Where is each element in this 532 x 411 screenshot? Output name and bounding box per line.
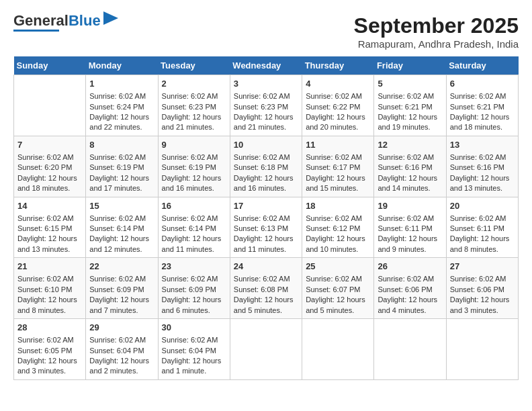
calendar-cell: 5Sunrise: 6:02 AMSunset: 6:21 PMDaylight… xyxy=(374,75,446,136)
cell-info: and 13 minutes. xyxy=(17,244,82,255)
cell-info: Sunrise: 6:02 AM xyxy=(17,152,82,163)
calendar-cell: 7Sunrise: 6:02 AMSunset: 6:20 PMDaylight… xyxy=(14,136,86,197)
cell-info: Daylight: 12 hours xyxy=(17,234,82,244)
day-number: 5 xyxy=(378,78,442,90)
cell-info: and 10 minutes. xyxy=(306,244,370,255)
calendar-cell: 30Sunrise: 6:02 AMSunset: 6:04 PMDayligh… xyxy=(158,319,230,380)
cell-info: Sunrise: 6:02 AM xyxy=(17,214,82,224)
day-number: 18 xyxy=(306,200,370,212)
cell-info: Daylight: 12 hours xyxy=(17,295,82,305)
cell-info: and 3 minutes. xyxy=(17,366,82,376)
cell-info: Sunset: 6:05 PM xyxy=(17,346,82,356)
calendar-cell: 15Sunrise: 6:02 AMSunset: 6:14 PMDayligh… xyxy=(86,197,158,258)
cell-info: and 2 minutes. xyxy=(89,366,154,376)
cell-info: Sunset: 6:10 PM xyxy=(17,285,82,295)
cell-info: Sunrise: 6:02 AM xyxy=(162,274,226,284)
day-number: 8 xyxy=(89,139,154,151)
calendar-cell: 13Sunrise: 6:02 AMSunset: 6:16 PMDayligh… xyxy=(446,136,518,197)
calendar-cell: 2Sunrise: 6:02 AMSunset: 6:23 PMDaylight… xyxy=(158,75,230,136)
cell-info: and 3 minutes. xyxy=(450,306,515,316)
calendar-cell xyxy=(374,319,446,380)
calendar-cell: 20Sunrise: 6:02 AMSunset: 6:11 PMDayligh… xyxy=(446,197,518,258)
cell-info: and 13 minutes. xyxy=(450,183,515,193)
calendar-cell: 29Sunrise: 6:02 AMSunset: 6:04 PMDayligh… xyxy=(86,319,158,380)
col-header-tuesday: Tuesday xyxy=(158,56,230,75)
calendar-cell: 27Sunrise: 6:02 AMSunset: 6:06 PMDayligh… xyxy=(446,258,518,319)
cell-info: Sunset: 6:22 PM xyxy=(306,102,370,112)
day-number: 6 xyxy=(450,78,515,90)
calendar-week-row: 7Sunrise: 6:02 AMSunset: 6:20 PMDaylight… xyxy=(14,136,519,197)
calendar-cell: 12Sunrise: 6:02 AMSunset: 6:16 PMDayligh… xyxy=(374,136,446,197)
cell-info: Sunset: 6:19 PM xyxy=(89,163,154,173)
cell-info: Daylight: 12 hours xyxy=(162,112,226,122)
cell-info: Sunrise: 6:02 AM xyxy=(162,214,226,224)
cell-info: Daylight: 12 hours xyxy=(306,173,370,183)
calendar-week-row: 1Sunrise: 6:02 AMSunset: 6:24 PMDaylight… xyxy=(14,75,519,136)
cell-info: Sunset: 6:11 PM xyxy=(378,224,442,234)
calendar-cell: 26Sunrise: 6:02 AMSunset: 6:06 PMDayligh… xyxy=(374,258,446,319)
calendar-cell: 10Sunrise: 6:02 AMSunset: 6:18 PMDayligh… xyxy=(230,136,302,197)
calendar-cell xyxy=(446,319,518,380)
cell-info: and 5 minutes. xyxy=(234,306,298,316)
calendar-cell: 23Sunrise: 6:02 AMSunset: 6:09 PMDayligh… xyxy=(158,258,230,319)
calendar-cell: 11Sunrise: 6:02 AMSunset: 6:17 PMDayligh… xyxy=(302,136,374,197)
day-number: 27 xyxy=(450,261,515,273)
cell-info: Sunrise: 6:02 AM xyxy=(89,274,154,284)
calendar-subtitle: Ramapuram, Andhra Pradesh, India xyxy=(354,38,519,50)
day-number: 10 xyxy=(234,139,298,151)
day-number: 25 xyxy=(306,261,370,273)
cell-info: Sunset: 6:08 PM xyxy=(234,285,298,295)
calendar-cell: 18Sunrise: 6:02 AMSunset: 6:12 PMDayligh… xyxy=(302,197,374,258)
cell-info: and 6 minutes. xyxy=(162,306,226,316)
calendar-cell: 21Sunrise: 6:02 AMSunset: 6:10 PMDayligh… xyxy=(14,258,86,319)
calendar-cell: 24Sunrise: 6:02 AMSunset: 6:08 PMDayligh… xyxy=(230,258,302,319)
cell-info: and 11 minutes. xyxy=(234,244,298,255)
cell-info: and 15 minutes. xyxy=(306,183,370,193)
cell-info: Sunset: 6:21 PM xyxy=(378,102,442,112)
day-number: 4 xyxy=(306,78,370,90)
calendar-cell: 22Sunrise: 6:02 AMSunset: 6:09 PMDayligh… xyxy=(86,258,158,319)
cell-info: Daylight: 12 hours xyxy=(378,234,442,244)
cell-info: and 1 minute. xyxy=(162,366,226,376)
day-number: 13 xyxy=(450,139,515,151)
cell-info: and 22 minutes. xyxy=(89,122,154,132)
cell-info: Daylight: 12 hours xyxy=(450,295,515,305)
cell-info: Sunset: 6:20 PM xyxy=(17,163,82,173)
calendar-cell: 19Sunrise: 6:02 AMSunset: 6:11 PMDayligh… xyxy=(374,197,446,258)
cell-info: Sunset: 6:14 PM xyxy=(89,224,154,234)
cell-info: and 16 minutes. xyxy=(234,183,298,193)
cell-info: Daylight: 12 hours xyxy=(378,112,442,122)
cell-info: Daylight: 12 hours xyxy=(89,356,154,366)
cell-info: Sunrise: 6:02 AM xyxy=(17,335,82,345)
cell-info: and 7 minutes. xyxy=(89,306,154,316)
cell-info: Sunrise: 6:02 AM xyxy=(450,214,515,224)
cell-info: Daylight: 12 hours xyxy=(89,295,154,305)
cell-info: Sunset: 6:12 PM xyxy=(306,224,370,234)
cell-info: Daylight: 12 hours xyxy=(450,173,515,183)
cell-info: Sunset: 6:04 PM xyxy=(162,346,226,356)
cell-info: Sunset: 6:14 PM xyxy=(162,224,226,234)
col-header-friday: Friday xyxy=(374,56,446,75)
cell-info: and 12 minutes. xyxy=(89,244,154,255)
cell-info: Sunrise: 6:02 AM xyxy=(234,214,298,224)
cell-info: and 8 minutes. xyxy=(450,244,515,255)
calendar-title: September 2025 xyxy=(354,13,519,38)
calendar-cell: 28Sunrise: 6:02 AMSunset: 6:05 PMDayligh… xyxy=(14,319,86,380)
cell-info: and 19 minutes. xyxy=(378,122,442,132)
day-number: 29 xyxy=(89,322,154,334)
calendar-cell: 6Sunrise: 6:02 AMSunset: 6:21 PMDaylight… xyxy=(446,75,518,136)
cell-info: Daylight: 12 hours xyxy=(89,112,154,122)
calendar-cell: 16Sunrise: 6:02 AMSunset: 6:14 PMDayligh… xyxy=(158,197,230,258)
cell-info: Daylight: 12 hours xyxy=(450,234,515,244)
cell-info: Daylight: 12 hours xyxy=(162,356,226,366)
calendar-cell: 25Sunrise: 6:02 AMSunset: 6:07 PMDayligh… xyxy=(302,258,374,319)
cell-info: Sunrise: 6:02 AM xyxy=(378,91,442,101)
cell-info: Sunset: 6:11 PM xyxy=(450,224,515,234)
cell-info: and 21 minutes. xyxy=(234,122,298,132)
day-number: 24 xyxy=(234,261,298,273)
cell-info: Sunrise: 6:02 AM xyxy=(234,91,298,101)
cell-info: Sunrise: 6:02 AM xyxy=(234,152,298,163)
calendar-cell: 9Sunrise: 6:02 AMSunset: 6:19 PMDaylight… xyxy=(158,136,230,197)
cell-info: Sunrise: 6:02 AM xyxy=(450,91,515,101)
cell-info: Sunset: 6:23 PM xyxy=(234,102,298,112)
